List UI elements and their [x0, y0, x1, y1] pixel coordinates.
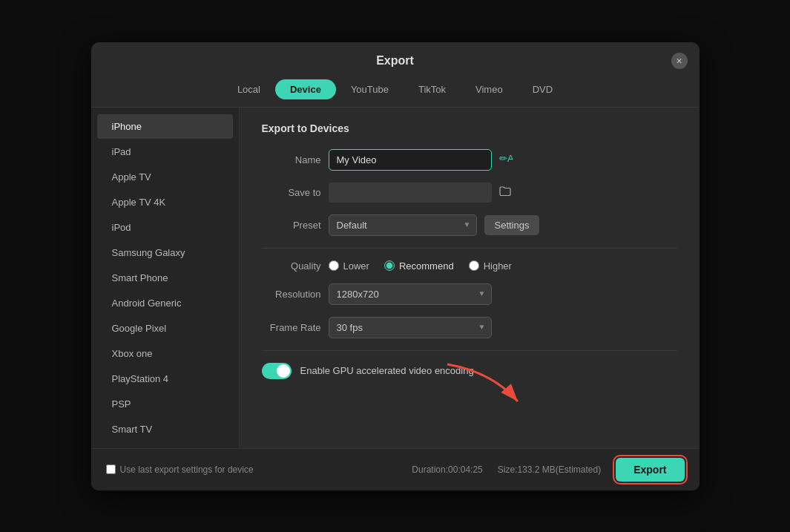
last-settings-checkbox[interactable]: [106, 464, 116, 474]
tab-vimeo[interactable]: Vimeo: [461, 79, 518, 99]
svg-text:✏AI: ✏AI: [499, 153, 513, 164]
device-item-ipod[interactable]: iPod: [97, 215, 233, 240]
quality-lower[interactable]: Lower: [329, 260, 369, 272]
close-button[interactable]: ×: [671, 53, 688, 69]
device-item-apple-tv-4k[interactable]: Apple TV 4K: [97, 190, 233, 214]
resolution-label: Resolution: [262, 289, 321, 300]
quality-recommend-label: Recommend: [399, 260, 454, 272]
tab-tiktok[interactable]: TikTok: [404, 79, 461, 99]
frame-rate-label: Frame Rate: [262, 322, 321, 333]
quality-row: Quality Lower Recommend Higher: [262, 260, 677, 272]
preset-controls: Default High Quality Medium Quality ▼ Se…: [329, 214, 540, 236]
settings-button[interactable]: Settings: [484, 215, 540, 235]
duration-info: Duration:00:04:25: [412, 464, 482, 475]
gpu-toggle-row: Enable GPU accelerated video encoding: [262, 363, 677, 379]
device-item-smart-tv[interactable]: Smart TV: [97, 417, 233, 441]
quality-recommend[interactable]: Recommend: [384, 260, 454, 272]
last-settings-checkbox-label[interactable]: Use last export settings for device: [106, 464, 254, 475]
device-item-playstation-4[interactable]: PlayStation 4: [97, 367, 233, 391]
device-item-samsung-galaxy[interactable]: Samsung Galaxy: [97, 240, 233, 265]
device-item-psp[interactable]: PSP: [97, 392, 233, 416]
export-content: Export to Devices Name ✏AI Save to: [240, 108, 700, 448]
name-row: Name ✏AI: [262, 149, 677, 171]
gpu-toggle-label: Enable GPU accelerated video encoding: [300, 365, 474, 376]
quality-higher-label: Higher: [484, 260, 512, 272]
preset-row: Preset Default High Quality Medium Quali…: [262, 214, 677, 236]
tab-device[interactable]: Device: [275, 79, 336, 99]
section-title: Export to Devices: [262, 122, 677, 134]
modal-header: Export ×: [91, 42, 700, 75]
tab-youtube[interactable]: YouTube: [336, 79, 404, 99]
tab-local[interactable]: Local: [223, 79, 275, 99]
device-item-android-generic[interactable]: Android Generic: [97, 291, 233, 315]
device-item-iphone[interactable]: iPhone: [97, 114, 233, 139]
browse-folder-button[interactable]: [499, 185, 511, 200]
quality-options: Lower Recommend Higher: [329, 260, 512, 272]
duration-value: 00:04:25: [448, 464, 483, 475]
device-item-ipad[interactable]: iPad: [97, 139, 233, 164]
preset-select[interactable]: Default High Quality Medium Quality: [329, 214, 477, 236]
device-sidebar: iPhone iPad Apple TV Apple TV 4K iPod Sa…: [91, 108, 240, 448]
preset-label: Preset: [262, 220, 321, 231]
tab-dvd[interactable]: DVD: [518, 79, 567, 99]
footer-info: Duration:00:04:25 Size:133.2 MB(Estimate…: [412, 464, 601, 475]
export-modal: Export × Local Device YouTube TikTok Vim…: [91, 42, 700, 490]
modal-body: iPhone iPad Apple TV Apple TV 4K iPod Sa…: [91, 108, 700, 448]
ai-rename-button[interactable]: ✏AI: [499, 151, 513, 168]
name-label: Name: [262, 154, 321, 165]
save-path-input[interactable]: [329, 183, 492, 203]
device-item-xbox-one[interactable]: Xbox one: [97, 341, 233, 366]
size-info: Size:133.2 MB(Estimated): [498, 464, 601, 475]
name-input[interactable]: [329, 149, 492, 171]
duration-label: Duration:: [412, 464, 448, 475]
size-value: 133.2 MB(Estimated): [517, 464, 601, 475]
frame-rate-row: Frame Rate 30 fps 60 fps 24 fps ▼: [262, 317, 677, 338]
divider-2: [262, 350, 677, 351]
quality-higher[interactable]: Higher: [469, 260, 512, 272]
tabs-bar: Local Device YouTube TikTok Vimeo DVD: [91, 75, 700, 108]
device-item-google-pixel[interactable]: Google Pixel: [97, 316, 233, 341]
quality-label: Quality: [262, 260, 321, 272]
quality-lower-label: Lower: [343, 260, 369, 272]
frame-rate-select[interactable]: 30 fps 60 fps 24 fps: [329, 317, 492, 338]
resolution-row: Resolution 1280x720 1920x1080 720x480 ▼: [262, 283, 677, 305]
last-settings-label: Use last export settings for device: [120, 464, 254, 475]
modal-backdrop: Export × Local Device YouTube TikTok Vim…: [0, 0, 790, 532]
device-item-smart-phone[interactable]: Smart Phone: [97, 266, 233, 290]
footer-left: Use last export settings for device: [106, 464, 398, 475]
save-to-label: Save to: [262, 187, 321, 198]
divider-1: [262, 248, 677, 249]
save-to-row: Save to: [262, 183, 677, 203]
modal-title: Export: [376, 54, 414, 68]
modal-footer: Use last export settings for device Dura…: [91, 448, 700, 490]
size-label: Size:: [498, 464, 518, 475]
device-item-apple-tv[interactable]: Apple TV: [97, 165, 233, 189]
gpu-toggle[interactable]: [262, 363, 292, 379]
resolution-select[interactable]: 1280x720 1920x1080 720x480: [329, 283, 492, 305]
export-button[interactable]: Export: [616, 458, 684, 482]
